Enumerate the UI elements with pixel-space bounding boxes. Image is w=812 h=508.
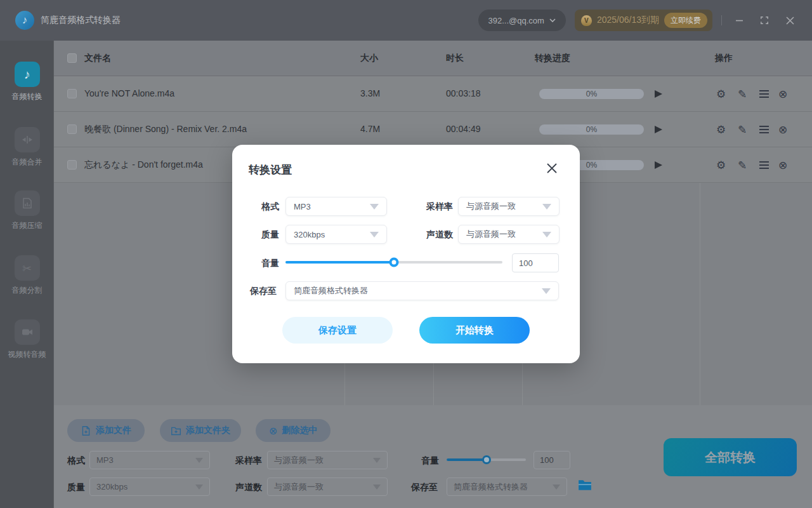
titlebar: ♪ 简鹿音频格式转换器 392...@qq.com V 2025/06/13到期… <box>0 0 812 41</box>
folder-icon <box>578 479 592 491</box>
save-settings-button[interactable]: 保存设置 <box>282 317 393 344</box>
dropdown-arrow-icon <box>195 458 203 463</box>
license-expiry: 2025/06/13到期 <box>597 15 659 26</box>
delete-selected-button[interactable]: ⊗ 删除选中 <box>256 419 331 442</box>
dropdown-arrow-icon <box>542 204 551 210</box>
channels-select[interactable]: 与源音频一致 <box>458 225 560 244</box>
open-folder-button[interactable] <box>578 479 592 493</box>
sample-rate-label: 采样率 <box>426 201 453 213</box>
footer-volume-input[interactable] <box>534 451 570 469</box>
row-settings-gear-icon[interactable]: ⚙ <box>716 123 726 136</box>
sidebar-item-audio-split[interactable]: ✂ 音频分割 <box>0 255 54 296</box>
dropdown-arrow-icon <box>195 485 203 490</box>
row-edit-pencil-icon[interactable]: ✎ <box>738 88 747 100</box>
row-settings-gear-icon[interactable]: ⚙ <box>716 159 726 171</box>
progress-bar: 0% <box>539 124 644 135</box>
footer-channels-select[interactable]: 与源音频一致 <box>267 478 388 496</box>
convert-all-button[interactable]: 全部转换 <box>664 438 797 476</box>
sidebar-item-audio-merge[interactable]: 音频合并 <box>0 127 54 168</box>
channels-label: 声道数 <box>426 229 453 241</box>
format-label: 格式 <box>261 201 279 213</box>
file-name: You're NOT Alone.m4a <box>84 88 174 98</box>
row-menu-icon[interactable] <box>759 164 769 166</box>
titlebar-left: ♪ 简鹿音频格式转换器 <box>15 11 121 30</box>
header-duration: 时长 <box>446 53 464 64</box>
dropdown-arrow-icon <box>553 485 560 490</box>
footer-volume-label: 音量 <box>421 455 439 467</box>
quality-label: 质量 <box>261 229 279 241</box>
dropdown-arrow-icon <box>542 232 551 237</box>
add-file-icon <box>81 425 91 436</box>
delete-circle-icon: ⊗ <box>269 425 277 437</box>
sidebar-item-audio-convert[interactable]: ♪ 音频转换 <box>0 62 54 102</box>
volume-input[interactable] <box>512 253 559 272</box>
slider-thumb[interactable] <box>390 258 399 267</box>
close-button[interactable] <box>782 12 798 29</box>
file-size: 4.7M <box>360 124 380 134</box>
audio-split-icon: ✂ <box>15 255 40 281</box>
save-to-select[interactable]: 简鹿音频格式转换器 <box>285 281 559 300</box>
modal-close-button[interactable] <box>546 163 558 175</box>
row-edit-pencil-icon[interactable]: ✎ <box>738 159 747 171</box>
titlebar-right: 392...@qq.com V 2025/06/13到期 立即续费 <box>478 10 798 31</box>
dropdown-arrow-icon <box>373 458 381 463</box>
play-button[interactable] <box>655 90 662 98</box>
file-size: 3.3M <box>360 88 380 98</box>
conversion-settings-modal: 转换设置 格式 MP3 采样率 与源音频一致 质量 320kbps 声道数 与源… <box>232 145 580 363</box>
footer-sample-rate-select[interactable]: 与源音频一致 <box>267 451 388 469</box>
account-menu[interactable]: 392...@qq.com <box>478 10 566 31</box>
select-all-checkbox[interactable] <box>67 53 77 63</box>
volume-slider[interactable] <box>285 261 502 264</box>
row-checkbox[interactable] <box>67 89 77 98</box>
format-select[interactable]: MP3 <box>285 197 387 216</box>
close-icon <box>546 163 558 174</box>
save-to-label: 保存至 <box>250 286 277 297</box>
sample-rate-select[interactable]: 与源音频一致 <box>458 197 560 216</box>
add-folder-button[interactable]: 添加文件夹 <box>160 419 241 442</box>
footer-volume-slider[interactable] <box>447 458 526 461</box>
dropdown-arrow-icon <box>370 232 379 237</box>
row-settings-gear-icon[interactable]: ⚙ <box>716 88 726 100</box>
minimize-button[interactable] <box>731 12 747 29</box>
footer-sample-rate-label: 采样率 <box>235 455 262 467</box>
row-checkbox[interactable] <box>67 124 77 134</box>
app-window: ♪ 简鹿音频格式转换器 392...@qq.com V 2025/06/13到期… <box>0 0 812 508</box>
license-info: V 2025/06/13到期 立即续费 <box>575 10 712 31</box>
slider-fill <box>285 261 394 264</box>
volume-label: 音量 <box>261 258 279 269</box>
chevron-down-icon <box>549 18 556 22</box>
file-duration: 00:03:18 <box>446 88 481 98</box>
header-size: 大小 <box>360 53 378 64</box>
audio-convert-icon: ♪ <box>15 62 40 87</box>
add-file-button[interactable]: 添加文件 <box>67 419 145 442</box>
renew-button[interactable]: 立即续费 <box>664 13 707 28</box>
start-convert-button[interactable]: 开始转换 <box>419 317 530 344</box>
quality-select[interactable]: 320kbps <box>285 225 387 244</box>
play-button[interactable] <box>655 126 662 133</box>
row-delete-icon[interactable]: ⊗ <box>778 88 787 100</box>
footer-channels-label: 声道数 <box>235 482 262 493</box>
footer-quality-select[interactable]: 320kbps <box>89 478 210 496</box>
modal-title: 转换设置 <box>249 163 292 177</box>
row-checkbox[interactable] <box>67 160 77 170</box>
sidebar-item-video-to-audio[interactable]: 视频转音频 <box>0 319 54 360</box>
play-button[interactable] <box>655 161 662 169</box>
header-filename: 文件名 <box>84 53 111 64</box>
slider-thumb[interactable] <box>482 455 491 464</box>
file-name: 晚餐歌 (Dinner Song) - Remix Ver. 2.m4a <box>84 124 247 135</box>
sidebar-item-audio-compress[interactable]: 音频压缩 <box>0 190 54 231</box>
dropdown-arrow-icon <box>373 485 381 490</box>
row-menu-icon[interactable] <box>759 93 769 95</box>
titlebar-separator <box>721 15 722 25</box>
row-menu-icon[interactable] <box>759 129 769 130</box>
footer-format-select[interactable]: MP3 <box>89 451 210 469</box>
row-delete-icon[interactable]: ⊗ <box>778 123 787 136</box>
maximize-button[interactable] <box>756 12 773 29</box>
video-to-audio-icon <box>15 319 40 345</box>
footer-save-to-select[interactable]: 简鹿音频格式转换器 <box>447 478 567 496</box>
row-delete-icon[interactable]: ⊗ <box>778 159 787 171</box>
close-icon <box>786 17 794 25</box>
row-edit-pencil-icon[interactable]: ✎ <box>738 123 747 136</box>
slider-fill <box>447 458 487 461</box>
audio-merge-icon <box>15 127 40 152</box>
